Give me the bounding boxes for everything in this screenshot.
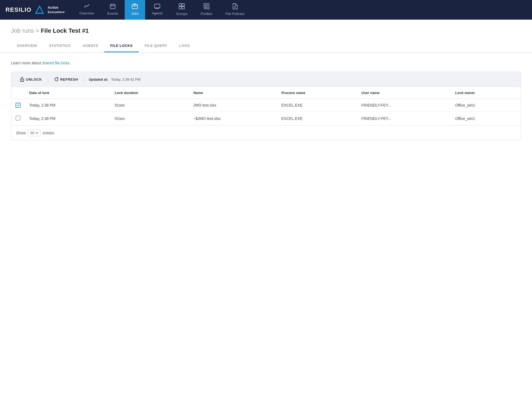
shared-file-locks-link[interactable]: shared file locks. xyxy=(42,61,70,65)
nav-item-groups[interactable]: Groups xyxy=(169,0,194,20)
row1-name: JMO test.xlsx xyxy=(189,99,277,112)
profiles-icon xyxy=(204,3,210,11)
svg-rect-14 xyxy=(179,4,181,6)
row2-checkbox-cell xyxy=(11,112,25,125)
show-label: Show xyxy=(16,131,26,135)
agents-icon xyxy=(154,4,160,10)
svg-point-6 xyxy=(112,7,112,7)
sub-tabs: OVERVIEW STATISTICS AGENTS FILE LOCKS FI… xyxy=(0,40,532,53)
row2-owner: Office_win1 xyxy=(451,112,521,125)
entries-label: entries xyxy=(43,131,54,135)
unlock-icon xyxy=(20,77,24,82)
tab-file-locks[interactable]: FILE LOCKS xyxy=(104,40,139,52)
nav-label-jobs: Jobs xyxy=(131,11,139,16)
refresh-icon xyxy=(54,77,59,81)
tab-file-query[interactable]: FILE QUERY xyxy=(139,40,173,52)
row1-owner: Office_win1 xyxy=(451,99,521,112)
logo-icon xyxy=(35,5,44,15)
row2-date: Today, 2:38 PM xyxy=(25,112,110,125)
page-content: Job runs > File Lock Test #1 OVERVIEW ST… xyxy=(0,20,532,411)
nav-items: Overview Events Jobs Agents xyxy=(73,0,251,20)
refresh-button[interactable]: REFRESH xyxy=(50,75,82,83)
breadcrumb-parent[interactable]: Job runs xyxy=(11,27,34,34)
table-header: Date of lock Lock duration Name Process … xyxy=(11,87,521,99)
nav-item-file-policies[interactable]: File Policies xyxy=(219,0,251,20)
tab-overview[interactable]: OVERVIEW xyxy=(11,40,43,52)
toolbar-separator-2 xyxy=(84,76,84,82)
svg-rect-19 xyxy=(207,4,209,5)
toolbar-updated-value: Today, 2:39:42 PM xyxy=(111,77,140,81)
row1-checkbox[interactable] xyxy=(16,103,20,108)
per-page-select[interactable]: 50 xyxy=(28,129,40,136)
svg-point-27 xyxy=(22,80,23,81)
jobs-icon xyxy=(132,4,138,10)
overview-icon xyxy=(84,4,90,10)
row2-process: EXCEL.EXE xyxy=(277,112,357,125)
col-lock-owner: Lock owner xyxy=(451,87,521,99)
chevron-down-icon xyxy=(35,132,38,134)
col-date-of-lock: Date of lock xyxy=(25,87,110,99)
info-line: Learn more about shared file locks. xyxy=(11,61,521,65)
events-icon xyxy=(110,4,115,10)
logo-area: RESILIO Active Everywhere xyxy=(5,5,65,15)
groups-icon xyxy=(179,3,185,11)
nav-item-events[interactable]: Events xyxy=(101,0,125,20)
svg-rect-15 xyxy=(182,4,184,6)
row1-duration: 51sec xyxy=(110,99,189,112)
nav-label-overview: Overview xyxy=(79,11,94,15)
unlock-button[interactable]: UNLOCK xyxy=(16,75,46,83)
toolbar-updated: Updated at: Today, 2:39:42 PM xyxy=(89,77,141,81)
nav-item-profiles[interactable]: Profiles xyxy=(194,0,219,20)
nav-item-overview[interactable]: Overview xyxy=(73,0,101,20)
per-page-value: 50 xyxy=(30,131,34,135)
logo-text: RESILIO xyxy=(5,6,31,13)
nav-label-profiles: Profiles xyxy=(201,12,212,16)
col-name: Name xyxy=(189,87,277,99)
svg-rect-18 xyxy=(204,4,206,6)
svg-rect-21 xyxy=(204,7,206,8)
breadcrumb-separator: > xyxy=(36,27,41,34)
tab-agents[interactable]: AGENTS xyxy=(77,40,104,52)
nav-label-groups: Groups xyxy=(176,12,188,16)
row1-user: FRIENDLY-FEY... xyxy=(357,99,451,112)
tab-logs[interactable]: LOGS xyxy=(173,40,196,52)
col-user-name: User name xyxy=(357,87,451,99)
col-lock-duration: Lock duration xyxy=(110,87,189,99)
file-locks-table: Date of lock Lock duration Name Process … xyxy=(11,87,521,125)
col-checkbox xyxy=(11,87,25,99)
breadcrumb-area: Job runs > File Lock Test #1 xyxy=(0,20,532,40)
toolbar-separator-1 xyxy=(48,76,48,82)
tab-statistics[interactable]: STATISTICS xyxy=(43,40,77,52)
row2-duration: 51sec xyxy=(110,112,189,125)
breadcrumb: Job runs > File Lock Test #1 xyxy=(11,27,521,34)
col-process-name: Process name xyxy=(277,87,357,99)
table-body: Today, 2:38 PM 51sec JMO test.xlsx EXCEL… xyxy=(11,99,521,125)
table-card: UNLOCK REFRESH Updated at: Today, 2:39:4… xyxy=(11,72,521,140)
row2-checkbox[interactable] xyxy=(16,116,20,120)
nav-item-jobs[interactable]: Jobs xyxy=(125,0,145,20)
table-footer: Show 50 entries xyxy=(11,125,521,140)
svg-rect-17 xyxy=(182,7,184,9)
breadcrumb-current: File Lock Test #1 xyxy=(41,27,89,34)
svg-point-9 xyxy=(134,5,135,7)
svg-rect-16 xyxy=(179,7,181,9)
svg-rect-10 xyxy=(154,4,160,8)
table-row: Today, 2:38 PM 51sec JMO test.xlsx EXCEL… xyxy=(11,99,521,112)
toolbar: UNLOCK REFRESH Updated at: Today, 2:39:4… xyxy=(11,72,521,87)
svg-rect-7 xyxy=(132,5,138,9)
file-policies-icon xyxy=(232,3,238,11)
table-row: Today, 2:38 PM 51sec ~$JMO test.xlsx EXC… xyxy=(11,112,521,125)
main-panel: Learn more about shared file locks. UNLO… xyxy=(0,53,532,149)
row1-checkbox-cell xyxy=(11,99,25,112)
nav-item-agents[interactable]: Agents xyxy=(145,0,169,20)
row1-process: EXCEL.EXE xyxy=(277,99,357,112)
row1-date: Today, 2:38 PM xyxy=(25,99,110,112)
row2-user: FRIENDLY-FEY... xyxy=(357,112,451,125)
row2-name: ~$JMO test.xlsx xyxy=(189,112,277,125)
nav-label-events: Events xyxy=(107,11,118,16)
svg-rect-2 xyxy=(110,4,115,9)
svg-rect-23 xyxy=(207,7,209,9)
top-navigation: RESILIO Active Everywhere Overview Event… xyxy=(0,0,532,20)
nav-label-file-policies: File Policies xyxy=(226,12,244,16)
brand-tag: Active Everywhere xyxy=(48,5,65,14)
